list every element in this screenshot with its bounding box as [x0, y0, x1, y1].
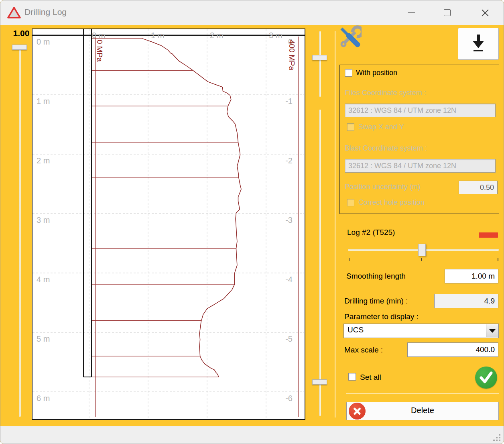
minimize-button[interactable]	[402, 4, 421, 22]
svg-text:6 m: 6 m	[37, 394, 50, 403]
parameter-select[interactable]: UCS	[343, 324, 499, 338]
dropdown-button[interactable]	[486, 324, 498, 337]
svg-text:4 m: 4 m	[37, 275, 50, 284]
drilling-log-plot: 0 m1 m2 m3 m0 m1 m2 m3 m4 m5 m6 m0-1-2-3…	[32, 29, 305, 420]
log-title: Log #2 (T525)	[347, 228, 395, 237]
drilling-log-window: Drilling Log 1.00 0 m1 m2 m3 m0 m1 m2 m3…	[0, 0, 504, 444]
blast-coordinate-system-label: Blast Coordinate system :	[345, 144, 427, 153]
drilling-time-label: Drilling time (min) :	[344, 297, 408, 306]
svg-text:-5: -5	[285, 334, 293, 343]
svg-text:-2: -2	[285, 156, 293, 165]
drilling-time-field: 4.9	[434, 294, 498, 308]
log-color-swatch	[479, 232, 498, 238]
correct-hole-position-label: Correct hole position	[358, 198, 425, 207]
right-lower-slider-track[interactable]	[319, 110, 321, 416]
blast-coordinate-system-select: 32612 : WGS 84 / UTM zone 12N	[345, 159, 496, 173]
svg-text:400 MPa: 400 MPa	[288, 40, 296, 70]
slider-tick	[349, 258, 350, 261]
right-upper-slider-handle[interactable]	[312, 55, 327, 60]
maximize-icon	[444, 9, 451, 16]
set-all-checkbox[interactable]	[348, 373, 356, 381]
slider-tick	[498, 258, 498, 261]
svg-text:1 m: 1 m	[37, 97, 50, 106]
svg-text:1 m: 1 m	[151, 31, 164, 40]
position-uncertainty-label: Position uncertainty (m)	[345, 183, 421, 191]
tools-button[interactable]	[338, 25, 362, 49]
svg-text:0 m: 0 m	[92, 31, 105, 40]
panel-divider	[335, 31, 335, 418]
svg-text:-6: -6	[285, 394, 293, 403]
svg-text:2 m: 2 m	[210, 31, 223, 40]
files-coordinate-system-label: Files Coordinate system :	[345, 89, 426, 97]
delete-button[interactable]: Delete	[346, 402, 499, 420]
with-position-label: With position	[356, 69, 397, 77]
swap-xy-checkbox	[347, 123, 354, 131]
svg-text:3 m: 3 m	[269, 31, 282, 40]
maximize-button[interactable]	[438, 4, 457, 22]
svg-text:3 m: 3 m	[37, 216, 50, 224]
position-uncertainty-field: 0.50	[459, 181, 498, 194]
svg-text:-4: -4	[285, 275, 293, 284]
svg-text:-3: -3	[285, 216, 293, 224]
slider-tick	[421, 258, 422, 261]
position-groupbox: With position Files Coordinate system : …	[339, 65, 499, 214]
left-vertical-slider-handle[interactable]	[12, 45, 27, 50]
svg-text:0 MPa: 0 MPa	[96, 40, 104, 62]
apply-button[interactable]	[475, 367, 497, 389]
right-lower-slider-handle[interactable]	[312, 379, 327, 385]
log-position-slider-handle[interactable]	[418, 244, 426, 256]
delete-button-label: Delete	[347, 406, 498, 415]
export-button[interactable]	[458, 28, 499, 60]
window-title: Drilling Log	[24, 7, 67, 17]
files-coordinate-system-select: 32612 : WGS 84 / UTM zone 12N	[345, 104, 496, 117]
svg-text:-1: -1	[285, 97, 293, 106]
left-vertical-slider-track[interactable]	[19, 45, 21, 417]
zoom-value-label: 1.00	[8, 29, 35, 38]
correct-hole-position-checkbox	[347, 199, 354, 206]
svg-text:5 m: 5 m	[37, 334, 50, 343]
with-position-checkbox[interactable]	[345, 69, 352, 77]
chevron-down-icon	[489, 329, 496, 333]
max-scale-label: Max scale :	[344, 346, 383, 354]
parameter-selected-value: UCS	[348, 326, 364, 334]
right-upper-slider-track[interactable]	[319, 31, 321, 97]
status-bar	[0, 426, 504, 444]
warning-triangle-icon	[7, 6, 21, 20]
check-icon	[475, 367, 497, 389]
minimize-icon	[408, 12, 415, 13]
smoothing-length-label: Smoothing length	[346, 272, 406, 281]
titlebar: Drilling Log	[0, 0, 504, 25]
svg-text:0 m: 0 m	[37, 37, 50, 46]
resize-grip[interactable]	[492, 432, 500, 441]
parameter-to-display-label: Parameter to display :	[344, 312, 419, 321]
smoothing-length-input[interactable]: 1.00 m	[445, 269, 498, 283]
drilling-log-chart: 0 m1 m2 m3 m0 m1 m2 m3 m4 m5 m6 m0-1-2-3…	[32, 29, 305, 420]
svg-text:2 m: 2 m	[37, 156, 50, 165]
max-scale-input[interactable]: 400.0	[407, 342, 498, 357]
close-button[interactable]	[476, 4, 494, 22]
screen: Drilling Log 1.00 0 m1 m2 m3 m0 m1 m2 m3…	[0, 0, 504, 444]
swap-xy-label: Swap X and Y	[358, 123, 404, 131]
separator	[346, 393, 499, 394]
download-icon	[458, 28, 498, 59]
set-all-label: Set all	[360, 373, 381, 382]
